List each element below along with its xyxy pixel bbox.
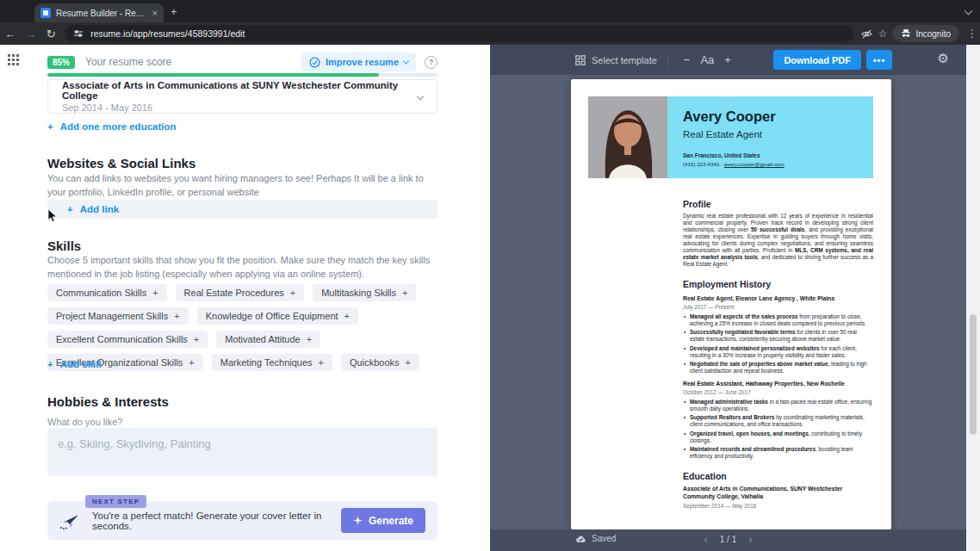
- help-icon[interactable]: ?: [425, 56, 437, 69]
- resume-score-row: 85% Your resume score Improve resume ?: [47, 53, 437, 71]
- resume-email[interactable]: avery.cooper@gmail.com: [724, 161, 785, 167]
- job-dates: July 2017 — Present: [683, 304, 873, 310]
- hobbies-input[interactable]: [47, 428, 437, 476]
- improve-resume-button[interactable]: Improve resume: [301, 53, 416, 71]
- preview-eye-off-icon[interactable]: [860, 28, 873, 40]
- resume-editor-panel: 85% Your resume score Improve resume ?: [0, 45, 490, 551]
- gear-icon[interactable]: ⚙: [938, 52, 949, 65]
- chevron-down-icon[interactable]: [417, 93, 424, 100]
- site-settings-icon[interactable]: [73, 28, 84, 39]
- skill-chip[interactable]: Excellent Communication Skills+: [47, 331, 208, 348]
- chevron-down-icon: [403, 58, 409, 64]
- add-education-link[interactable]: + Add one more education: [47, 121, 437, 132]
- score-label: Your resume score: [85, 56, 171, 68]
- next-page-icon[interactable]: ›: [748, 534, 752, 545]
- forward-icon[interactable]: →: [21, 28, 41, 40]
- skill-chip-label: Communication Skills: [56, 288, 146, 298]
- window-scrollbar[interactable]: [966, 45, 980, 551]
- generate-button[interactable]: Generate: [341, 508, 425, 533]
- plus-icon: +: [307, 334, 312, 344]
- job-dates: October 2012 — June 2017: [683, 389, 873, 395]
- skill-chip[interactable]: Communication Skills+: [47, 284, 167, 301]
- resume-bullet: Maintained records and streamlined proce…: [683, 446, 873, 460]
- back-icon[interactable]: ←: [0, 28, 21, 40]
- preview-toolbar: Select template − Aa + Download PDF ••• …: [490, 45, 966, 75]
- add-skill-link[interactable]: + Add skill: [47, 359, 437, 369]
- resume-bullet: Supported Realtors and Brokers by coordi…: [683, 414, 873, 428]
- font-style-button[interactable]: Aa: [695, 53, 719, 66]
- skills-section-heading: Skills: [47, 238, 437, 253]
- next-step-banner: NEXT STEP You're a perfect match! Genera…: [47, 501, 437, 540]
- gauge-icon: [309, 57, 320, 68]
- tab-search-chevron-icon[interactable]: [964, 7, 973, 15]
- links-section-heading: Websites & Social Links: [47, 156, 437, 170]
- separator-dot: ·: [721, 161, 723, 167]
- toolbar-divider: [667, 54, 668, 66]
- skill-chip-label: Knowledge of Office Equipment: [206, 311, 338, 321]
- mouse-cursor: [47, 208, 58, 223]
- sparkle-icon: [353, 516, 363, 525]
- scrollbar-thumb[interactable]: [970, 314, 977, 435]
- page-indicator: 1 / 1: [720, 535, 736, 544]
- font-size-increase-button[interactable]: +: [719, 53, 736, 66]
- resume-preview-panel: Select template − Aa + Download PDF ••• …: [490, 45, 966, 551]
- browser-toolbar: ← → ↻ resume.io/app/resumes/45893991/edi…: [0, 22, 980, 45]
- download-pdf-button[interactable]: Download PDF: [773, 50, 861, 70]
- employment-heading: Employment History: [683, 279, 873, 289]
- education-item-dates: Sep 2014 - May 2016: [62, 102, 418, 113]
- bookmark-star-icon[interactable]: ☆: [878, 28, 888, 40]
- font-size-decrease-button[interactable]: −: [679, 53, 696, 66]
- resume-name: Avery Cooper: [683, 108, 873, 125]
- plus-icon: +: [152, 288, 158, 298]
- add-skill-label: Add skill: [60, 359, 102, 369]
- generate-label: Generate: [369, 515, 413, 527]
- resume-location: San Francisco, United States: [683, 152, 873, 158]
- education-heading: Education: [683, 471, 873, 481]
- education-item-title: Associate of Arts in Communications at S…: [62, 80, 418, 101]
- incognito-label: Incognito: [915, 29, 951, 39]
- select-template-button[interactable]: Select template: [575, 55, 657, 65]
- resume-bullet: Managed all aspects of the sales process…: [683, 313, 873, 327]
- profile-paragraph: Dynamic real estate professional with 12…: [683, 213, 873, 268]
- resume-bullet: Successfully negotiated favorable terms …: [683, 329, 873, 343]
- previous-page-icon[interactable]: ‹: [704, 534, 707, 545]
- resume-bullet: Developed and maintained personalized we…: [683, 345, 873, 359]
- address-bar[interactable]: resume.io/app/resumes/45893991/edit: [65, 25, 853, 42]
- improve-resume-label: Improve resume: [326, 57, 399, 67]
- incognito-badge: Incognito: [892, 25, 959, 42]
- tab-close-icon[interactable]: ×: [152, 9, 158, 18]
- links-section-description: You can add links to websites you want h…: [47, 171, 437, 199]
- resume-bullet: Managed administrative tasks in a fast-p…: [683, 399, 873, 412]
- plus-icon: +: [67, 204, 73, 214]
- new-tab-button[interactable]: +: [171, 5, 177, 18]
- education-accordion-item[interactable]: Associate of Arts in Communications at S…: [47, 79, 437, 114]
- skill-chip[interactable]: Project Management Skills+: [47, 307, 189, 325]
- skill-chip-label: Excellent Communication Skills: [56, 334, 188, 344]
- add-link-row[interactable]: + Add link: [47, 200, 437, 219]
- plus-icon: +: [402, 288, 407, 298]
- skill-chip-label: Real Estate Procedures: [184, 288, 284, 298]
- education-dates: September 2014 — May 2016: [683, 503, 873, 509]
- reload-icon[interactable]: ↻: [40, 28, 61, 40]
- hobbies-field-label: What do you like?: [47, 417, 437, 427]
- browser-menu-icon[interactable]: ⋮: [964, 28, 980, 40]
- score-badge: 85%: [47, 56, 75, 69]
- skill-chips: Communication Skills+Real Estate Procedu…: [47, 284, 437, 371]
- paper-plane-icon: [59, 511, 82, 531]
- incognito-icon: [901, 29, 911, 38]
- resume-page[interactable]: Avery Cooper Real Estate Agent San Franc…: [571, 79, 891, 529]
- job-bullets: Managed all aspects of the sales process…: [683, 313, 873, 375]
- more-options-button[interactable]: •••: [866, 50, 892, 70]
- browser-tab[interactable]: Resume Builder - Resume.io ×: [34, 3, 164, 22]
- skill-chip[interactable]: Knowledge of Office Equipment+: [197, 307, 358, 325]
- skill-chip[interactable]: Multitasking Skills+: [313, 284, 416, 301]
- skill-chip[interactable]: Motivated Attitude+: [216, 331, 320, 348]
- score-progress-bar: [47, 73, 437, 77]
- education-degree: Associate of Arts in Communications, SUN…: [683, 486, 873, 500]
- resume-header-band: Avery Cooper Real Estate Agent San Franc…: [667, 96, 873, 178]
- skill-chip[interactable]: Real Estate Procedures+: [176, 284, 305, 301]
- apps-grid-icon[interactable]: [8, 54, 19, 65]
- add-link-label: Add link: [80, 204, 119, 214]
- resume-bullet: Negotiated the sale of properties above …: [683, 361, 873, 375]
- url-text[interactable]: resume.io/app/resumes/45893991/edit: [90, 28, 245, 39]
